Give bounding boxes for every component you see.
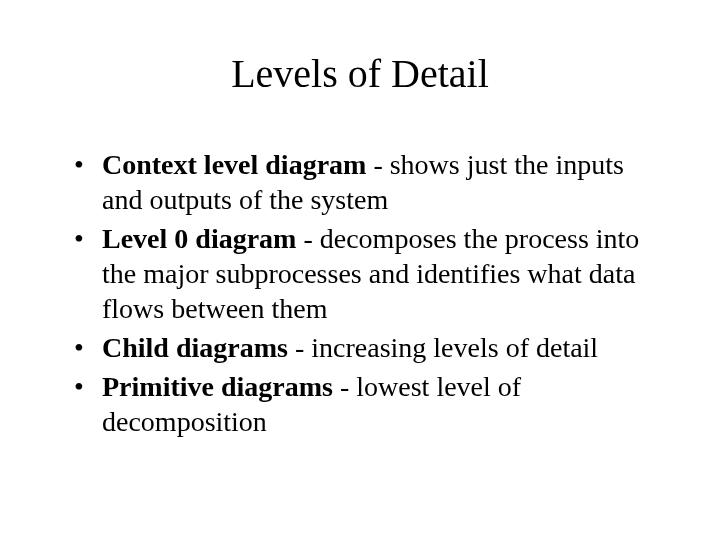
slide-title: Levels of Detail xyxy=(50,50,670,97)
list-item-bold: Context level diagram xyxy=(102,149,366,180)
list-item-text: - increasing levels of detail xyxy=(288,332,598,363)
list-item-bold: Child diagrams xyxy=(102,332,288,363)
list-item: Context level diagram - shows just the i… xyxy=(74,147,670,217)
list-item: Child diagrams - increasing levels of de… xyxy=(74,330,670,365)
bullet-list: Context level diagram - shows just the i… xyxy=(50,147,670,439)
list-item: Primitive diagrams - lowest level of dec… xyxy=(74,369,670,439)
list-item-bold: Level 0 diagram xyxy=(102,223,296,254)
list-item: Level 0 diagram - decomposes the process… xyxy=(74,221,670,326)
list-item-bold: Primitive diagrams xyxy=(102,371,333,402)
